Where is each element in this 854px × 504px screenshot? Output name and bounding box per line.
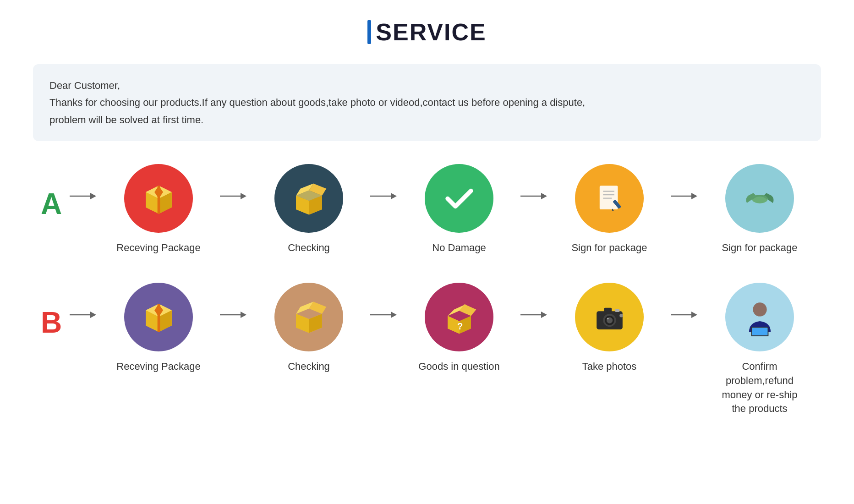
- arrow-connector: [220, 164, 247, 228]
- flow-icon-camera-yellow: [575, 283, 644, 351]
- svg-rect-66: [752, 328, 767, 336]
- step-label-3: Sign for package: [571, 241, 647, 255]
- svg-marker-42: [309, 314, 322, 333]
- svg-marker-63: [691, 312, 697, 318]
- svg-text:?: ?: [457, 321, 463, 331]
- notice-box: Dear Customer, Thanks for choosing our p…: [33, 64, 821, 141]
- flow-icon-checkmark-green: [425, 164, 493, 233]
- step-label-2: Goods in question: [418, 360, 499, 374]
- flow-icon-sign-orange: [575, 164, 644, 233]
- svg-marker-45: [391, 312, 397, 318]
- step-label-0: Receving Package: [116, 360, 200, 374]
- flow-icon-person-sky: [725, 283, 794, 351]
- arrow-connector: [370, 283, 398, 347]
- notice-line2: Thanks for choosing our products.If any …: [49, 94, 805, 111]
- arrow-connector: [671, 164, 698, 228]
- step-label-1: Checking: [288, 241, 330, 255]
- notice-line3: problem will be solved at first time.: [49, 111, 805, 128]
- arrow-connector: [520, 283, 548, 347]
- row-label-row-b: B: [33, 283, 70, 340]
- svg-marker-9: [241, 193, 246, 199]
- notice-line1: Dear Customer,: [49, 77, 805, 94]
- flow-step-0: Receving Package: [97, 283, 220, 374]
- svg-point-64: [753, 303, 766, 317]
- svg-point-58: [607, 318, 608, 320]
- step-label-1: Checking: [288, 360, 330, 374]
- flow-icon-package-red: [124, 164, 193, 233]
- arrow-connector: [70, 283, 97, 347]
- step-label-0: Receving Package: [116, 241, 200, 255]
- flow-step-1: Checking: [247, 164, 370, 255]
- step-label-3: Take photos: [582, 360, 637, 374]
- flow-step-4: Sign for package: [698, 164, 821, 255]
- flow-step-0: Receving Package: [97, 164, 220, 255]
- flow-step-2: ? Goods in question: [398, 283, 520, 374]
- flow-step-4: Confirm problem,refund money or re-ship …: [698, 283, 821, 416]
- svg-rect-20: [599, 186, 618, 209]
- svg-marker-1: [90, 193, 96, 199]
- row-label-row-a: A: [33, 164, 70, 221]
- flow-icon-open-box-tan: [274, 283, 343, 351]
- svg-marker-27: [691, 193, 697, 199]
- svg-marker-43: [296, 314, 309, 333]
- arrow-connector: [70, 164, 97, 228]
- svg-marker-30: [90, 312, 96, 318]
- svg-marker-17: [391, 193, 397, 199]
- flow-step-1: Checking: [247, 283, 370, 374]
- flow-step-3: Take photos: [548, 283, 671, 374]
- arrow-connector: [220, 283, 247, 347]
- title-accent-bar: [367, 20, 371, 44]
- flow-section: A Receving Package: [33, 164, 821, 416]
- arrow-connector: [671, 283, 698, 347]
- svg-marker-48: [459, 305, 476, 317]
- step-label-4: Confirm problem,refund money or re-ship …: [714, 360, 805, 416]
- arrow-connector: [370, 164, 398, 228]
- page-title: SERVICE: [376, 18, 486, 46]
- step-label-4: Sign for package: [722, 241, 797, 255]
- svg-rect-36: [157, 304, 160, 332]
- flow-row-row-b: B Receving Package Checking: [33, 283, 821, 416]
- flow-row-row-a: A Receving Package: [33, 164, 821, 255]
- flow-step-3: Sign for package: [548, 164, 671, 255]
- flow-icon-package-purple: [124, 283, 193, 351]
- flow-icon-question-crimson: ?: [425, 283, 493, 351]
- step-label-2: No Damage: [432, 241, 486, 255]
- svg-rect-59: [604, 308, 612, 312]
- svg-marker-38: [241, 312, 246, 318]
- flow-items-row-a: Receving Package Checking No Damage: [97, 164, 821, 255]
- svg-marker-19: [541, 193, 547, 199]
- flow-step-2: No Damage: [398, 164, 520, 255]
- svg-rect-60: [615, 309, 619, 312]
- flow-icon-open-box-teal: [274, 164, 343, 233]
- svg-marker-53: [541, 312, 547, 318]
- flow-icon-handshake-teal: [725, 164, 794, 233]
- arrow-connector: [520, 164, 548, 228]
- page-title-section: SERVICE: [367, 18, 486, 46]
- svg-rect-7: [157, 186, 160, 214]
- flow-items-row-b: Receving Package Checking ? Goods in que…: [97, 283, 821, 416]
- svg-point-61: [619, 314, 623, 318]
